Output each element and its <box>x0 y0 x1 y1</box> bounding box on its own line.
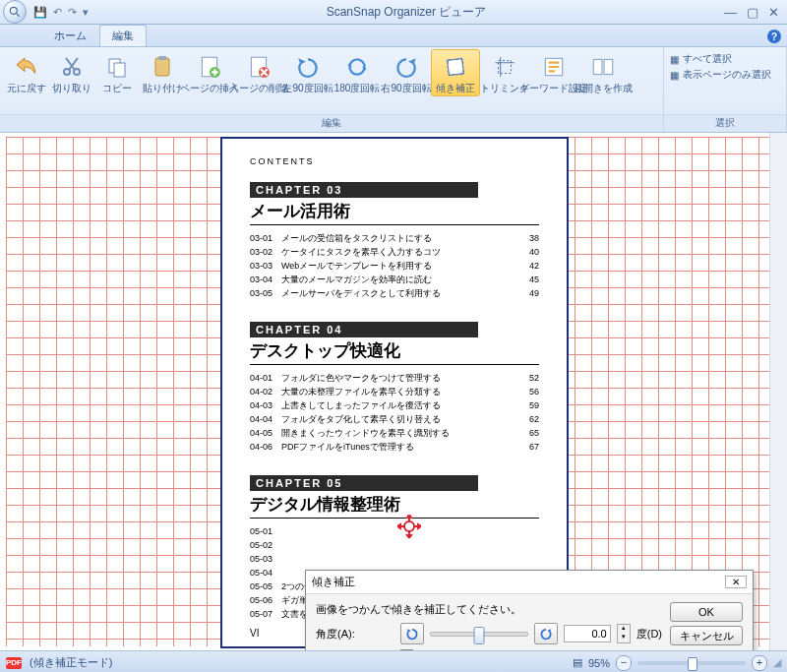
dialog-title: 傾き補正 <box>312 575 355 589</box>
minimize-button[interactable]: ― <box>724 5 737 20</box>
rotate-right-button[interactable]: 右90度回転 <box>382 49 431 96</box>
deskew-button[interactable]: 傾き補正 <box>431 49 480 96</box>
toc-line: 04-04フォルダをタブ化して素早く切り替える62 <box>250 412 539 426</box>
view-mode-icon[interactable]: ▤ <box>573 656 582 669</box>
dialog-hint: 画像をつかんで傾きを補正してください。 <box>316 602 662 617</box>
chapter-title: メール活用術 <box>250 200 539 225</box>
toc-line: 04-02大量の未整理ファイルを素早く分類する56 <box>250 385 539 398</box>
toc-line: 04-05開きまくったウィンドウを素早く識別する65 <box>250 426 539 440</box>
angle-input[interactable] <box>564 625 611 642</box>
angle-label: 角度(A): <box>316 627 394 641</box>
help-icon[interactable]: ? <box>767 30 781 43</box>
angle-slider[interactable] <box>430 625 528 642</box>
ribbon-tabs: ホーム 編集 ? <box>0 25 787 47</box>
angle-unit: 度(D) <box>636 627 662 641</box>
delete-page-button[interactable]: ページの削除 <box>234 49 283 96</box>
toc-line: 05-03 <box>250 552 539 566</box>
workspace[interactable]: CONTENTS CHAPTER 03メール活用術03-01メールの受信箱をタス… <box>0 133 787 650</box>
toc-line: 04-03上書きしてしまったファイルを復活する59 <box>250 398 539 412</box>
qat-redo-icon[interactable]: ↷ <box>68 6 77 19</box>
vertical-scrollbar[interactable] <box>769 133 787 650</box>
angle-spinner[interactable]: ▲▼ <box>617 624 631 643</box>
cut-button[interactable]: 切り取り <box>49 49 94 96</box>
angle-ccw-button[interactable] <box>400 623 424 644</box>
chapter-title: デジタル情報整理術 <box>250 493 539 519</box>
title-bar: 💾 ↶ ↷ ▾ ScanSnap Organizer ビューア ― ▢ ✕ <box>0 0 787 25</box>
angle-cw-button[interactable] <box>534 623 558 644</box>
qat-save-icon[interactable]: 💾 <box>33 6 47 19</box>
group-select-label: 選択 <box>664 114 786 132</box>
rotate-180-button[interactable]: 180度回転 <box>333 49 382 96</box>
zoom-value: 95% <box>588 657 610 669</box>
cancel-button[interactable]: キャンセル <box>670 626 743 645</box>
toc-line: 03-04大量のメールマガジンを効率的に読む45 <box>250 273 539 286</box>
select-all-button[interactable]: ▦すべて選択 <box>670 52 780 66</box>
app-menu-orb[interactable] <box>3 0 27 24</box>
tab-edit[interactable]: 編集 <box>99 25 147 46</box>
svg-rect-6 <box>155 58 169 76</box>
resize-grip-icon[interactable]: ◢ <box>773 656 781 669</box>
zoom-slider[interactable] <box>637 661 746 665</box>
toc-line: 03-03Webメールでテンプレートを利用する42 <box>250 259 539 273</box>
tab-home[interactable]: ホーム <box>41 25 99 46</box>
page-foot-number: VI <box>250 628 259 639</box>
chapter-header: CHAPTER 03 <box>250 182 478 198</box>
keyword-button[interactable]: キーワード設定 <box>529 49 578 96</box>
fit-label: 用紙サイズに収まるように縮小する(F) <box>419 648 606 650</box>
qat-undo-icon[interactable]: ↶ <box>53 6 62 19</box>
toc-line: 05-02 <box>250 538 539 552</box>
contents-heading: CONTENTS <box>250 156 539 166</box>
status-bar: PDF (傾き補正モード) ▤ 95% − + ◢ <box>0 650 787 672</box>
dialog-close-button[interactable]: ✕ <box>725 576 747 588</box>
spread-button[interactable]: 見開きを作成 <box>578 49 628 96</box>
toc-line: 03-05メールサーバをディスクとして利用する49 <box>250 286 539 300</box>
rotate-left-button[interactable]: 左90度回転 <box>283 49 333 96</box>
ok-button[interactable]: OK <box>670 602 743 622</box>
svg-rect-17 <box>604 59 613 74</box>
zoom-in-button[interactable]: + <box>752 655 767 671</box>
toc-line: 03-01メールの受信箱をタスクリストにする38 <box>250 231 539 245</box>
svg-rect-7 <box>158 56 166 60</box>
svg-point-0 <box>10 7 17 14</box>
insert-page-button[interactable]: ページの挿入 <box>185 49 234 96</box>
svg-rect-16 <box>593 59 602 74</box>
svg-line-1 <box>17 14 20 17</box>
toc-line: 04-01フォルダに色やマークをつけて管理する52 <box>250 371 539 385</box>
paste-button[interactable]: 貼り付け <box>140 49 185 96</box>
chapter-title: デスクトップ快適化 <box>250 339 539 365</box>
chapter-header: CHAPTER 05 <box>250 475 478 491</box>
select-displayed-button[interactable]: ▦表示ページのみ選択 <box>670 68 780 82</box>
fit-checkbox[interactable] <box>400 649 413 650</box>
deskew-dialog: 傾き補正✕ 画像をつかんで傾きを補正してください。 角度(A): ▲▼ 度(D)… <box>305 570 754 650</box>
svg-rect-12 <box>447 58 463 75</box>
toc-line: 04-06PDFファイルをiTunesで管理する67 <box>250 440 539 454</box>
toc-line: 03-02ケータイにタスクを素早く入力するコツ40 <box>250 245 539 259</box>
zoom-out-button[interactable]: − <box>616 655 632 671</box>
window-title: ScanSnap Organizer ビューア <box>89 4 724 21</box>
ribbon: 元に戻す 切り取り コピー 貼り付け ページの挿入 ページの削除 左90度回転 … <box>0 47 787 133</box>
maximize-button[interactable]: ▢ <box>747 5 758 20</box>
close-button[interactable]: ✕ <box>768 5 779 20</box>
pdf-icon: PDF <box>6 657 22 669</box>
status-mode: (傾き補正モード) <box>30 655 112 670</box>
undo-button[interactable]: 元に戻す <box>4 49 49 96</box>
copy-button[interactable]: コピー <box>94 49 140 96</box>
group-edit-label: 編集 <box>0 114 663 132</box>
svg-rect-5 <box>114 63 125 77</box>
toc-line: 05-01 <box>250 524 539 538</box>
chapter-header: CHAPTER 04 <box>250 322 478 337</box>
